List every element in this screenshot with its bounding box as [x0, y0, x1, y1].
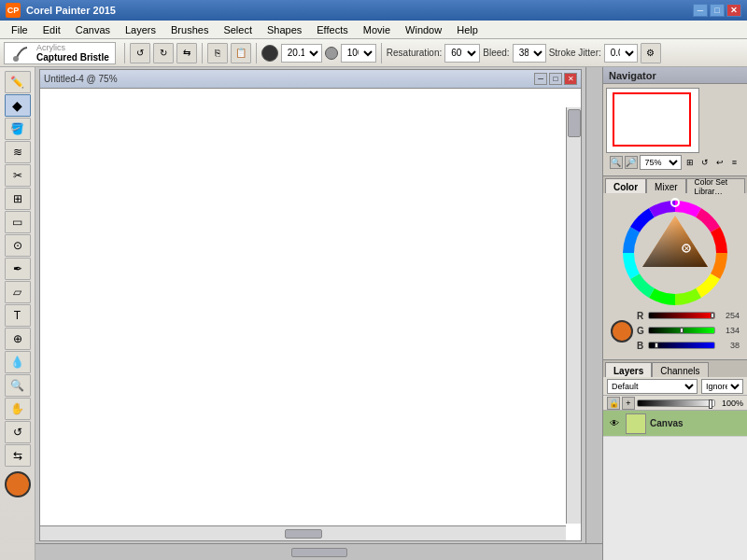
tab-channels[interactable]: Channels — [652, 362, 708, 377]
red-slider[interactable] — [648, 312, 715, 319]
tool-mirror[interactable]: ⇆ — [5, 444, 31, 467]
menu-brushes[interactable]: Brushes — [163, 22, 216, 37]
menu-effects[interactable]: Effects — [309, 22, 355, 37]
menu-help[interactable]: Help — [449, 22, 486, 37]
size-select[interactable]: 20.1 — [281, 44, 322, 63]
doc-horizontal-scrollbar[interactable] — [40, 525, 566, 540]
red-slider-thumb — [711, 313, 714, 318]
rotate-left-button[interactable]: ↺ — [130, 43, 150, 63]
nav-rotate-button[interactable]: ↺ — [698, 156, 712, 169]
nav-settings-button[interactable]: ≡ — [728, 156, 741, 169]
canvas-horizontal-scrollbar[interactable] — [35, 543, 602, 560]
layer-add-button[interactable]: + — [622, 397, 635, 410]
doc-vertical-scrollbar[interactable] — [566, 107, 581, 524]
menu-layers[interactable]: Layers — [118, 22, 163, 37]
settings-button[interactable]: ⚙ — [641, 43, 661, 63]
tool-dropper[interactable]: 💧 — [5, 351, 31, 373]
vscroll-thumb[interactable] — [568, 109, 581, 137]
layers-list: 👁 Canvas — [603, 411, 747, 560]
layer-thumbnail — [626, 413, 646, 434]
tab-color[interactable]: Color — [605, 178, 646, 193]
maximize-button[interactable]: □ — [710, 4, 725, 17]
tool-clone[interactable]: ⊕ — [5, 328, 31, 350]
color-tabs: Color Mixer Color Set Librar… — [603, 176, 747, 193]
tool-brush[interactable]: ✏️ — [5, 71, 31, 93]
nav-fit-button[interactable]: ⊞ — [684, 156, 697, 169]
menu-edit[interactable]: Edit — [35, 22, 68, 37]
tool-hand[interactable]: ✋ — [5, 398, 31, 420]
canvas-area: Untitled-4 @ 75% ─ □ ✕ — [35, 67, 602, 560]
tool-smudge[interactable]: ≋ — [5, 141, 31, 163]
brush-selector[interactable]: Acrylics Captured Bristle — [4, 42, 116, 64]
stroke-jitter-select[interactable]: 0.00 — [604, 44, 638, 63]
minimize-button[interactable]: ─ — [693, 4, 708, 17]
layer-lock-icon[interactable]: 🔒 — [607, 397, 620, 410]
tool-shape[interactable]: ▱ — [5, 281, 31, 303]
bleed-select[interactable]: 38% — [513, 44, 546, 63]
menu-window[interactable]: Window — [398, 22, 449, 37]
tool-selection-rect[interactable]: ▭ — [5, 211, 31, 233]
app-title: Corel Painter 2015 — [26, 5, 116, 16]
navigator-header: Navigator — [603, 67, 747, 84]
navigator-title: Navigator — [609, 70, 656, 81]
document-canvas[interactable] — [40, 89, 581, 540]
blue-value: 38 — [717, 341, 740, 350]
tool-eraser[interactable]: ◆ — [5, 94, 31, 117]
paste-button[interactable]: 📋 — [231, 43, 251, 63]
document-title-bar: Untitled-4 @ 75% ─ □ ✕ — [40, 70, 581, 89]
color-swatch[interactable] — [5, 471, 31, 497]
doc-close-button[interactable]: ✕ — [564, 73, 577, 85]
tool-fill[interactable]: 🪣 — [5, 118, 31, 140]
doc-maximize-button[interactable]: □ — [549, 73, 562, 85]
flip-button[interactable]: ⇆ — [176, 43, 197, 63]
layer-preserve-select[interactable]: Ignore — [701, 379, 743, 394]
navigator-preview[interactable] — [606, 88, 699, 153]
menu-canvas[interactable]: Canvas — [68, 22, 118, 37]
layer-visibility-icon[interactable]: 👁 — [607, 416, 622, 431]
layers-controls: Default Ignore — [603, 377, 747, 396]
nav-search-button[interactable]: 🔎 — [625, 156, 638, 169]
tab-layers[interactable]: Layers — [605, 362, 652, 377]
color-wheel[interactable]: ✕ — [619, 197, 731, 309]
tool-rotate[interactable]: ↺ — [5, 421, 31, 443]
opacity-slider[interactable] — [637, 399, 715, 407]
green-slider-row: G 134 — [637, 324, 740, 337]
layer-row-canvas[interactable]: 👁 Canvas — [603, 411, 747, 437]
doc-minimize-button[interactable]: ─ — [534, 73, 547, 85]
tool-transform[interactable]: ⊞ — [5, 188, 31, 210]
current-color-swatch[interactable] — [611, 320, 633, 343]
layer-composite-select[interactable]: Default — [607, 379, 698, 394]
rotate-right-button[interactable]: ↻ — [153, 43, 174, 63]
toolbox: ✏️ ◆ 🪣 ≋ ✂ ⊞ ▭ ⊙ ✒ ▱ T ⊕ 💧 🔍 ✋ ↺ ⇆ — [0, 67, 35, 560]
nav-zoom-out-button[interactable]: 🔍 — [610, 156, 623, 169]
canvas-vertical-scrollbar[interactable] — [585, 67, 602, 543]
resaturation-select[interactable]: 60% — [444, 44, 480, 63]
green-slider[interactable] — [648, 327, 715, 334]
tool-pen[interactable]: ✒ — [5, 258, 31, 280]
menu-movie[interactable]: Movie — [356, 22, 398, 37]
nav-reset-button[interactable]: ↩ — [713, 156, 726, 169]
copy-button[interactable]: ⎘ — [207, 43, 228, 63]
hcanvas-scroll-thumb[interactable] — [291, 548, 347, 557]
opacity-select[interactable]: 100% — [341, 44, 376, 63]
tab-mixer[interactable]: Mixer — [646, 178, 685, 193]
color-panel: Color Mixer Color Set Librar… — [603, 176, 747, 360]
tool-lasso[interactable]: ⊙ — [5, 234, 31, 257]
menu-select[interactable]: Select — [216, 22, 260, 37]
menu-shapes[interactable]: Shapes — [260, 22, 309, 37]
tool-text[interactable]: T — [5, 304, 31, 327]
layer-name: Canvas — [650, 418, 743, 428]
color-wheel-svg: ✕ — [619, 197, 731, 309]
close-button[interactable]: ✕ — [726, 4, 741, 17]
menu-file[interactable]: File — [4, 22, 35, 37]
tool-zoom[interactable]: 🔍 — [5, 374, 31, 397]
hscroll-thumb[interactable] — [285, 529, 322, 539]
document-window: Untitled-4 @ 75% ─ □ ✕ — [39, 69, 582, 541]
navigator-zoom-select[interactable]: 75% — [640, 155, 682, 170]
tool-crop[interactable]: ✂ — [5, 164, 31, 187]
document-controls: ─ □ ✕ — [534, 73, 577, 85]
blue-slider[interactable] — [648, 342, 715, 349]
brush-name: Captured Bristle — [36, 52, 109, 63]
layers-tabs: Layers Channels — [603, 360, 747, 377]
tab-color-set-library[interactable]: Color Set Librar… — [686, 178, 745, 193]
